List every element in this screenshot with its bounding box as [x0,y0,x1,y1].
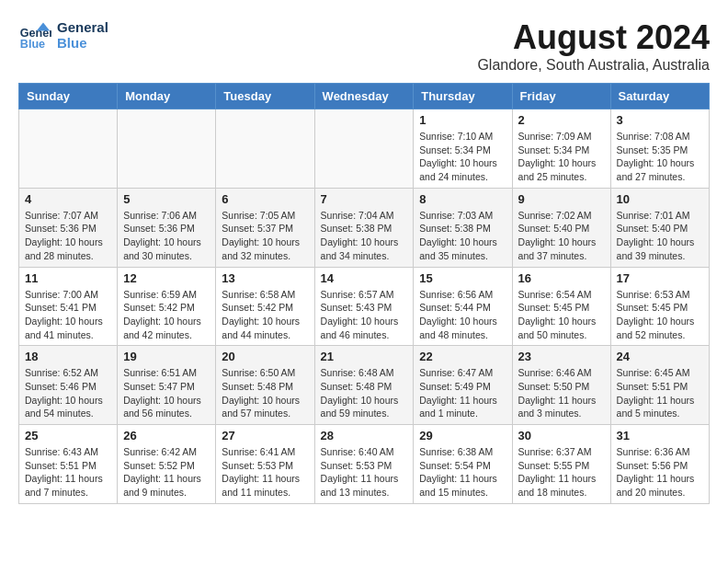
day-number: 7 [321,192,408,206]
logo-blue: Blue [57,35,108,51]
day-number: 13 [222,271,308,285]
calendar-table: SundayMondayTuesdayWednesdayThursdayFrid… [18,83,710,504]
day-info: Sunrise: 7:02 AM Sunset: 5:40 PM Dayligh… [518,209,605,263]
day-info: Sunrise: 6:58 AM Sunset: 5:42 PM Dayligh… [222,288,308,342]
col-header-friday: Friday [512,84,610,109]
day-number: 9 [518,192,605,206]
logo-general: General [57,19,108,35]
day-info: Sunrise: 7:05 AM Sunset: 5:37 PM Dayligh… [222,209,308,263]
day-info: Sunrise: 6:52 AM Sunset: 5:46 PM Dayligh… [25,366,111,420]
day-info: Sunrise: 6:47 AM Sunset: 5:49 PM Dayligh… [419,366,506,420]
day-number: 12 [123,271,210,285]
day-number: 30 [518,429,605,442]
day-info: Sunrise: 6:40 AM Sunset: 5:53 PM Dayligh… [321,445,408,500]
col-header-saturday: Saturday [610,84,709,109]
calendar-cell: 29Sunrise: 6:38 AM Sunset: 5:54 PM Dayli… [414,425,512,504]
calendar-week-4: 18Sunrise: 6:52 AM Sunset: 5:46 PM Dayli… [19,346,710,425]
day-number: 20 [222,350,308,363]
day-info: Sunrise: 7:00 AM Sunset: 5:41 PM Dayligh… [25,288,111,342]
day-info: Sunrise: 6:50 AM Sunset: 5:48 PM Dayligh… [222,366,308,420]
calendar-cell: 14Sunrise: 6:57 AM Sunset: 5:43 PM Dayli… [314,267,414,346]
calendar-week-3: 11Sunrise: 7:00 AM Sunset: 5:41 PM Dayli… [19,267,710,346]
logo: General Blue General Blue [18,18,108,52]
day-info: Sunrise: 7:10 AM Sunset: 5:34 PM Dayligh… [419,130,506,184]
calendar-cell: 25Sunrise: 6:43 AM Sunset: 5:51 PM Dayli… [19,425,118,504]
day-info: Sunrise: 6:51 AM Sunset: 5:47 PM Dayligh… [123,366,210,420]
day-number: 18 [25,350,111,363]
day-info: Sunrise: 6:45 AM Sunset: 5:51 PM Dayligh… [617,366,703,420]
svg-text:Blue: Blue [20,38,45,51]
col-header-monday: Monday [118,84,216,109]
day-info: Sunrise: 6:42 AM Sunset: 5:52 PM Dayligh… [123,445,210,500]
day-info: Sunrise: 6:57 AM Sunset: 5:43 PM Dayligh… [321,288,408,342]
day-info: Sunrise: 7:08 AM Sunset: 5:35 PM Dayligh… [617,130,703,184]
calendar-cell: 11Sunrise: 7:00 AM Sunset: 5:41 PM Dayli… [19,267,118,346]
day-info: Sunrise: 7:03 AM Sunset: 5:38 PM Dayligh… [419,209,506,263]
day-number: 6 [222,192,308,206]
calendar-cell: 9Sunrise: 7:02 AM Sunset: 5:40 PM Daylig… [512,188,610,267]
day-number: 2 [518,113,605,127]
calendar-cell [314,109,414,189]
calendar-cell: 22Sunrise: 6:47 AM Sunset: 5:49 PM Dayli… [414,346,512,425]
day-number: 31 [617,429,703,442]
day-number: 23 [518,350,605,363]
day-number: 11 [25,271,111,285]
title-block: August 2024 Glandore, South Australia, A… [477,18,710,74]
day-number: 25 [25,429,111,442]
day-info: Sunrise: 7:07 AM Sunset: 5:36 PM Dayligh… [25,209,111,263]
calendar-cell: 16Sunrise: 6:54 AM Sunset: 5:45 PM Dayli… [512,267,610,346]
calendar-week-1: 1Sunrise: 7:10 AM Sunset: 5:34 PM Daylig… [19,109,710,189]
day-info: Sunrise: 6:46 AM Sunset: 5:50 PM Dayligh… [518,366,605,420]
day-number: 5 [123,192,210,206]
day-info: Sunrise: 6:43 AM Sunset: 5:51 PM Dayligh… [25,445,111,500]
calendar-cell: 23Sunrise: 6:46 AM Sunset: 5:50 PM Dayli… [512,346,610,425]
calendar-cell [216,109,314,189]
day-number: 10 [617,192,703,206]
col-header-sunday: Sunday [19,84,118,109]
calendar-cell: 26Sunrise: 6:42 AM Sunset: 5:52 PM Dayli… [118,425,216,504]
calendar-cell: 30Sunrise: 6:37 AM Sunset: 5:55 PM Dayli… [512,425,610,504]
day-info: Sunrise: 6:41 AM Sunset: 5:53 PM Dayligh… [222,445,308,500]
calendar-cell: 1Sunrise: 7:10 AM Sunset: 5:34 PM Daylig… [414,109,512,189]
day-info: Sunrise: 6:56 AM Sunset: 5:44 PM Dayligh… [419,288,506,342]
day-info: Sunrise: 6:36 AM Sunset: 5:56 PM Dayligh… [617,445,703,500]
calendar-cell: 13Sunrise: 6:58 AM Sunset: 5:42 PM Dayli… [216,267,314,346]
day-info: Sunrise: 6:54 AM Sunset: 5:45 PM Dayligh… [518,288,605,342]
calendar-cell: 19Sunrise: 6:51 AM Sunset: 5:47 PM Dayli… [118,346,216,425]
calendar-cell: 18Sunrise: 6:52 AM Sunset: 5:46 PM Dayli… [19,346,118,425]
day-number: 1 [419,113,506,127]
calendar-cell: 20Sunrise: 6:50 AM Sunset: 5:48 PM Dayli… [216,346,314,425]
day-info: Sunrise: 7:06 AM Sunset: 5:36 PM Dayligh… [123,209,210,263]
day-number: 22 [419,350,506,363]
day-info: Sunrise: 6:53 AM Sunset: 5:45 PM Dayligh… [617,288,703,342]
day-number: 3 [617,113,703,127]
calendar-cell: 24Sunrise: 6:45 AM Sunset: 5:51 PM Dayli… [610,346,709,425]
day-number: 14 [321,271,408,285]
calendar-cell: 12Sunrise: 6:59 AM Sunset: 5:42 PM Dayli… [118,267,216,346]
day-number: 17 [617,271,703,285]
day-info: Sunrise: 6:38 AM Sunset: 5:54 PM Dayligh… [419,445,506,500]
subtitle: Glandore, South Australia, Australia [477,57,710,74]
day-number: 16 [518,271,605,285]
day-info: Sunrise: 7:04 AM Sunset: 5:38 PM Dayligh… [321,209,408,263]
day-number: 28 [321,429,408,442]
calendar-cell: 4Sunrise: 7:07 AM Sunset: 5:36 PM Daylig… [19,188,118,267]
day-number: 24 [617,350,703,363]
calendar-header-row: SundayMondayTuesdayWednesdayThursdayFrid… [19,84,710,109]
calendar-cell: 21Sunrise: 6:48 AM Sunset: 5:48 PM Dayli… [314,346,414,425]
calendar-cell: 31Sunrise: 6:36 AM Sunset: 5:56 PM Dayli… [610,425,709,504]
col-header-tuesday: Tuesday [216,84,314,109]
day-info: Sunrise: 7:01 AM Sunset: 5:40 PM Dayligh… [617,209,703,263]
day-number: 21 [321,350,408,363]
calendar-cell: 5Sunrise: 7:06 AM Sunset: 5:36 PM Daylig… [118,188,216,267]
day-number: 15 [419,271,506,285]
logo-icon: General Blue [18,18,51,52]
calendar-cell [19,109,118,189]
calendar-cell: 15Sunrise: 6:56 AM Sunset: 5:44 PM Dayli… [414,267,512,346]
day-number: 4 [25,192,111,206]
calendar-cell: 27Sunrise: 6:41 AM Sunset: 5:53 PM Dayli… [216,425,314,504]
calendar-cell: 17Sunrise: 6:53 AM Sunset: 5:45 PM Dayli… [610,267,709,346]
calendar-cell: 10Sunrise: 7:01 AM Sunset: 5:40 PM Dayli… [610,188,709,267]
page-header: General Blue General Blue August 2024 Gl… [18,18,710,74]
calendar-cell: 6Sunrise: 7:05 AM Sunset: 5:37 PM Daylig… [216,188,314,267]
